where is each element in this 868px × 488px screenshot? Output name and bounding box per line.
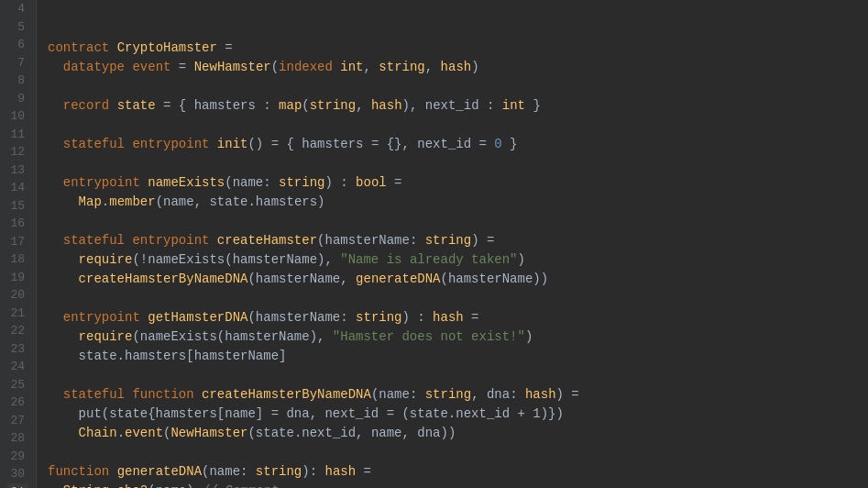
line-num-12: 12 [7,143,28,161]
line-num-10: 10 [7,107,28,126]
line-num-16: 16 [7,215,28,233]
code-editor: 4 5 6 7 8 9 10 11 12 13 14 15 16 17 18 1… [0,0,868,488]
line-num-5: 5 [7,18,28,37]
line-num-14: 14 [7,179,28,197]
line-num-29: 29 [7,448,28,466]
code-line-11: stateful entrypoint init() = { hamsters … [48,135,868,154]
line-num-17: 17 [7,233,28,251]
code-line-24: stateful function createHamsterByNameDNA… [48,385,868,405]
code-line-4 [48,0,868,19]
code-line-15 [48,212,868,231]
line-num-21: 21 [7,305,28,323]
line-num-19: 19 [7,269,28,287]
code-line-12 [48,154,868,173]
code-content[interactable]: contract CryptoHamster = datatype event … [37,0,868,488]
line-num-26: 26 [7,394,28,412]
code-line-16: stateful entrypoint createHamster(hamste… [48,231,868,250]
line-num-9: 9 [7,90,28,108]
line-num-20: 20 [7,286,28,305]
line-num-28: 28 [7,429,28,448]
line-num-7: 7 [7,54,28,72]
line-num-8: 8 [7,72,28,90]
code-line-14: Map.member(name, state.hamsters) [48,193,868,212]
line-num-15: 15 [7,197,28,216]
code-line-26: Chain.event(NewHamster(state.next_id, na… [48,424,868,443]
line-num-27: 27 [7,412,28,430]
line-num-6: 6 [7,36,28,54]
code-line-23 [48,366,868,385]
line-num-31: 31 [7,483,28,489]
code-line-18: createHamsterByNameDNA(hamsterName, gene… [48,270,868,289]
code-line-19 [48,289,868,308]
line-num-24: 24 [7,358,28,376]
line-num-22: 22 [7,322,28,340]
line-num-23: 23 [7,340,28,359]
code-line-29: String.sha3(name) // Comment [48,482,868,488]
code-line-28: function generateDNA(name: string): hash… [48,462,868,482]
line-num-13: 13 [7,161,28,180]
code-line-22: state.hamsters[hamsterName] [48,347,868,366]
code-line-25: put(state{hamsters[name] = dna, next_id … [48,405,868,424]
code-line-10 [48,116,868,135]
line-num-4: 4 [7,0,28,18]
code-line-21: require(nameExists(hamsterName), "Hamste… [48,327,868,347]
code-line-20: entrypoint getHamsterDNA(hamsterName: st… [48,308,868,327]
code-line-6: contract CryptoHamster = [48,39,868,58]
line-num-25: 25 [7,376,28,394]
code-line-13: entrypoint nameExists(name: string) : bo… [48,173,868,193]
line-numbers: 4 5 6 7 8 9 10 11 12 13 14 15 16 17 18 1… [0,0,37,488]
line-num-30: 30 [7,465,28,483]
code-line-27 [48,443,868,462]
code-line-7: datatype event = NewHamster(indexed int,… [48,58,868,77]
line-num-18: 18 [7,250,28,269]
code-line-17: require(!nameExists(hamsterName), "Name … [48,250,868,270]
code-line-5 [48,19,868,39]
code-line-8 [48,77,868,96]
line-num-11: 11 [7,126,28,144]
code-line-9: record state = { hamsters : map(string, … [48,96,868,116]
